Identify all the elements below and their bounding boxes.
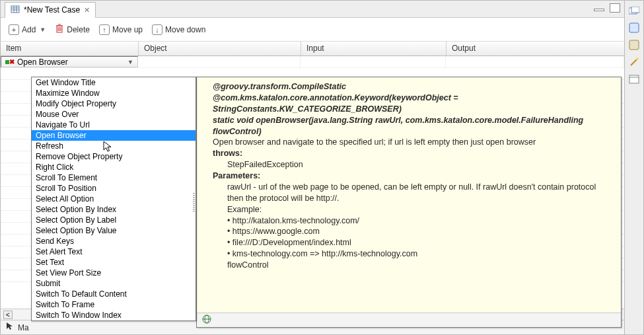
dropdown-item[interactable]: Mouse Over [32, 109, 196, 120]
doc-signature: static void openBrowser(java.lang.String… [213, 115, 613, 137]
svg-rect-17 [629, 40, 639, 50]
svg-rect-20 [629, 75, 639, 83]
col-output[interactable]: Output [446, 42, 624, 56]
cursor-icon [6, 322, 14, 333]
scroll-left-icon[interactable]: < [3, 311, 13, 319]
svg-rect-0 [11, 6, 19, 13]
table-icon [11, 5, 20, 16]
minimize-icon[interactable] [594, 9, 604, 11]
keyword-dropdown[interactable]: Get Window TitleMaximize WindowModify Ob… [31, 77, 196, 321]
doc-example: • kms-technology.com => http://kms-techn… [227, 248, 613, 260]
dropdown-item[interactable]: Switch To Window Index [32, 310, 196, 320]
dropdown-item[interactable]: Right Click [32, 162, 196, 172]
keyword-doc-panel: @groovy.transform.CompileStatic @com.kms… [196, 77, 622, 328]
maximize-icon[interactable] [610, 3, 620, 13]
mode-manual[interactable]: Ma [18, 323, 29, 332]
dropdown-item[interactable]: Scroll To Position [32, 183, 196, 194]
editor-tab-strip: *New Test Case ✕ [1, 1, 624, 18]
table-row[interactable]: ✖ Open Browser ▼ [1, 56, 624, 68]
doc-annotation: @groovy.transform.CompileStatic [213, 81, 613, 93]
dropdown-item[interactable]: Get Window Title [32, 77, 196, 88]
dropdown-item[interactable]: Select All Option [32, 194, 196, 204]
arrow-down-icon: ↓ [152, 24, 162, 35]
doc-annotation: @com.kms.katalon.core.annotation.Keyword… [213, 93, 613, 115]
col-object[interactable]: Object [138, 42, 301, 56]
delete-button[interactable]: Delete [55, 23, 90, 36]
view-c-icon[interactable] [628, 73, 640, 85]
dropdown-item[interactable]: Remove Object Property [32, 151, 196, 162]
doc-footer [197, 313, 621, 327]
doc-throws-head: throws: [213, 148, 613, 159]
doc-example: • file:///D:/Development/index.html [227, 237, 613, 248]
toolbar: + Add ▼ Delete ↑ Move up ↓ Move down [1, 18, 624, 42]
dropdown-item[interactable]: Select Option By Value [32, 225, 196, 236]
error-x-icon: ✖ [9, 58, 15, 65]
dropdown-item[interactable]: Switch To Default Content [32, 289, 196, 299]
dropdown-item[interactable]: Select Option By Index [32, 204, 196, 215]
svg-rect-16 [629, 23, 639, 32]
dropdown-item[interactable]: Send Keys [32, 236, 196, 246]
view-a-icon[interactable] [628, 22, 640, 34]
dropdown-item[interactable]: Set Text [32, 257, 196, 268]
dropdown-item[interactable]: Set Alert Text [32, 246, 196, 257]
doc-description: Open browser and navigate to the specifi… [213, 137, 613, 148]
dropdown-item[interactable]: Select Option By Label [32, 215, 196, 225]
doc-example: • https://www.google.com [227, 226, 613, 237]
dropdown-item[interactable]: Navigate To Url [32, 120, 196, 130]
add-button[interactable]: + Add ▼ [9, 24, 46, 35]
dropdown-item[interactable]: Set View Port Size [32, 268, 196, 278]
trash-icon [55, 23, 64, 36]
object-cell[interactable] [138, 56, 301, 67]
editor-tab[interactable]: *New Test Case ✕ [5, 2, 96, 18]
plus-icon: + [9, 24, 19, 35]
table-header: Item Object Input Output [1, 42, 624, 56]
doc-params-head: Parameters: [213, 170, 613, 182]
svg-rect-15 [631, 7, 639, 13]
dropdown-item[interactable]: Modify Object Property [32, 98, 196, 109]
restore-view-icon[interactable] [628, 5, 640, 17]
doc-example: • http://katalon.kms-technology.com/ [227, 215, 613, 227]
chevron-down-icon[interactable]: ▼ [40, 26, 46, 33]
view-b-icon[interactable] [628, 39, 640, 51]
move-down-button[interactable]: ↓ Move down [152, 24, 205, 35]
doc-example-head: Example: [227, 204, 613, 215]
right-sidebar [625, 0, 644, 335]
chevron-down-icon[interactable]: ▼ [127, 59, 133, 65]
input-cell[interactable] [301, 56, 446, 67]
dropdown-item[interactable]: Scroll To Element [32, 172, 196, 183]
dropdown-item[interactable]: Maximize Window [32, 88, 196, 98]
item-cell-editing[interactable]: ✖ Open Browser ▼ [1, 56, 138, 67]
col-item[interactable]: Item [1, 42, 138, 56]
close-icon[interactable]: ✕ [84, 6, 90, 15]
globe-icon[interactable] [202, 315, 211, 326]
col-input[interactable]: Input [301, 42, 446, 56]
tab-title: *New Test Case [24, 5, 80, 15]
wand-icon[interactable] [628, 56, 640, 68]
doc-param: rawUrl - url of the web page to be opene… [227, 182, 613, 204]
doc-body[interactable]: @groovy.transform.CompileStatic @com.kms… [197, 77, 621, 313]
svg-line-18 [631, 59, 637, 65]
move-up-button[interactable]: ↑ Move up [99, 24, 143, 35]
dropdown-item[interactable]: Refresh [32, 141, 196, 151]
doc-param: flowControl [227, 260, 613, 271]
item-cell-value: Open Browser [17, 57, 68, 67]
svg-point-19 [636, 57, 639, 60]
resize-handle[interactable] [191, 77, 196, 328]
output-cell[interactable] [446, 56, 624, 67]
dropdown-item[interactable]: Open Browser [32, 130, 196, 141]
dropdown-item[interactable]: Switch To Frame [32, 299, 196, 310]
doc-throws: StepFailedException [227, 159, 613, 170]
arrow-up-icon: ↑ [99, 24, 110, 35]
dropdown-item[interactable]: Submit [32, 278, 196, 289]
